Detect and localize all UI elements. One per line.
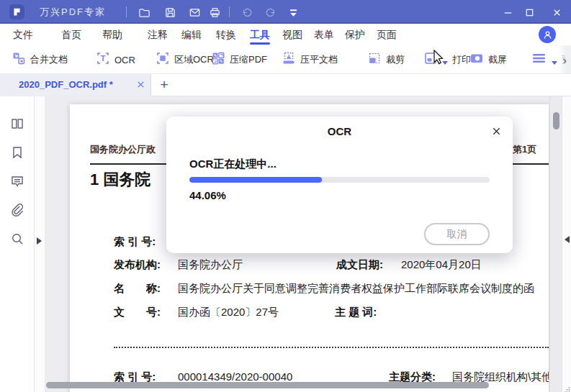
sidebar-gutter (35, 96, 45, 392)
toolbar-item-label: 压缩PDF (230, 53, 267, 66)
menu-tools[interactable]: 工具 (250, 24, 270, 45)
document-tab[interactable]: 2020_PDF_OCR.pdf * (0, 74, 151, 96)
ocr-progress-bar (189, 177, 490, 183)
flatten-document-icon (282, 51, 296, 68)
progress-percentage: 44.06% (189, 189, 226, 201)
save-icon[interactable] (163, 6, 176, 19)
vertical-scrollbar[interactable] (549, 96, 562, 392)
app-logo-icon (9, 4, 24, 19)
horizontal-scrollbar-thumb[interactable] (46, 382, 489, 388)
toolbar-item-label: 合并文档 (30, 53, 68, 66)
close-window-button[interactable] (547, 4, 566, 20)
account-avatar[interactable] (539, 26, 556, 43)
compress-pdf-icon (211, 51, 225, 68)
menu-view[interactable]: 视图 (282, 24, 302, 45)
more-dropdown-caret[interactable] (552, 61, 557, 65)
vertical-scrollbar-thumb[interactable] (553, 112, 559, 129)
field-label: 名 称: (114, 282, 161, 296)
field-value: 2020年04月20日 (401, 258, 482, 272)
field-label: 索 引 号: (114, 235, 156, 249)
merge-documents-icon (12, 51, 26, 68)
field-label: 发布机构: (114, 258, 161, 272)
menu-convert[interactable]: 转换 (216, 24, 236, 45)
hamburger-menu-icon (531, 51, 547, 68)
maximize-button[interactable] (520, 4, 539, 20)
new-tab-button[interactable]: + (156, 76, 173, 94)
field-value: 000014349/2020-00040 (178, 370, 292, 383)
field-value: 国务院办公厅关于同意调整完善消费者权益保护工作部际联席会议制度的函 (178, 282, 534, 296)
print-document-button[interactable]: 打印 (423, 45, 471, 74)
menu-form[interactable]: 表单 (314, 24, 334, 45)
merge-documents-button[interactable]: 合并文档 (12, 45, 68, 74)
ocr-button[interactable]: T OCR (96, 45, 135, 74)
redo-icon[interactable] (264, 6, 276, 19)
compress-pdf-button[interactable]: 压缩PDF (211, 45, 267, 74)
titlebar: 万兴PDF专家 (0, 0, 571, 24)
svg-text:T: T (101, 54, 106, 63)
thumbnails-panel-icon[interactable] (10, 117, 24, 131)
tab-close-icon[interactable] (134, 78, 147, 91)
resize-grip-icon[interactable] (565, 383, 570, 392)
ocr-icon: T (96, 51, 110, 68)
flatten-document-button[interactable]: 压平文档 (282, 45, 338, 74)
attachments-panel-icon[interactable] (10, 203, 24, 217)
customize-toolbar-icon[interactable] (287, 6, 300, 19)
area-ocr-button[interactable]: 区域OCR (156, 45, 214, 74)
document-heading: 1 国务院 (90, 169, 150, 191)
field-label: 主 题 词: (335, 306, 377, 319)
ocr-status-text: OCR正在处理中... (189, 158, 276, 171)
app-window: 万兴PDF专家 (0, 0, 571, 392)
print-icon[interactable] (208, 6, 221, 19)
field-value: 国务院办公厅 (178, 258, 243, 272)
mouse-cursor (433, 50, 446, 68)
screenshot-camera-icon (469, 51, 484, 68)
toolbar-item-label: 打印 (452, 53, 471, 66)
cancel-button[interactable]: 取消 (424, 223, 490, 245)
menu-edit[interactable]: 编辑 (181, 24, 202, 45)
tab-title: 2020_PDF_OCR.pdf * (19, 79, 113, 90)
menubar: 文件 首页 帮助 注释 编辑 转换 工具 视图 表单 保护 页面 (0, 24, 571, 45)
app-title: 万兴PDF专家 (40, 6, 106, 19)
toolbar-item-label: 裁剪 (386, 53, 405, 66)
field-label: 文 号: (114, 306, 161, 319)
expand-right-panel-handle[interactable] (565, 236, 570, 243)
menu-help[interactable]: 帮助 (102, 24, 122, 45)
toolbar-item-label: 压平文档 (300, 53, 338, 66)
area-ocr-icon (156, 51, 170, 68)
menu-comment[interactable]: 注释 (148, 24, 168, 45)
page-header-right: 第1页 (513, 143, 536, 156)
toolbar-item-label: 区域OCR (174, 53, 214, 66)
dotted-divider (114, 347, 549, 348)
menu-page[interactable]: 页面 (377, 24, 397, 45)
right-gutter (562, 96, 571, 392)
dialog-title: OCR (166, 125, 513, 137)
menu-home[interactable]: 首页 (61, 24, 81, 45)
search-panel-icon[interactable] (10, 232, 24, 246)
toolbar-item-label: 截屏 (488, 53, 507, 66)
field-value: 国办函〔2020〕27号 (178, 306, 279, 319)
titlebar-divider (126, 6, 127, 17)
expand-left-panel-handle[interactable] (37, 237, 42, 245)
toolbar-overflow-chevron[interactable]: › (559, 45, 571, 74)
open-folder-icon[interactable] (138, 6, 150, 19)
undo-icon[interactable] (240, 6, 253, 19)
menu-protect[interactable]: 保护 (345, 24, 365, 45)
tabbar: 2020_PDF_OCR.pdf * + (0, 74, 571, 96)
left-sidebar (0, 96, 35, 392)
screenshot-button[interactable]: 截屏 (469, 45, 507, 74)
comments-panel-icon[interactable] (10, 174, 24, 188)
titlebar-divider (229, 6, 230, 17)
minimize-button[interactable] (498, 4, 517, 20)
dialog-close-icon[interactable] (490, 124, 503, 137)
menu-file[interactable]: 文件 (13, 24, 33, 45)
progress-fill (189, 177, 322, 183)
tools-toolbar: 合并文档 T OCR 区域OCR 压缩PDF 压平文档 (0, 45, 571, 74)
ocr-progress-dialog: OCR OCR正在处理中... 44.06% 取消 (166, 117, 513, 253)
crop-button[interactable]: 裁剪 (367, 45, 405, 74)
crop-icon (367, 51, 382, 68)
mail-icon[interactable] (188, 6, 201, 19)
toolbar-item-label: OCR (114, 55, 135, 65)
bookmarks-panel-icon[interactable] (10, 145, 24, 160)
page-header-left: 国务院办公厅政 (90, 143, 156, 156)
field-label: 成文日期: (336, 258, 383, 272)
